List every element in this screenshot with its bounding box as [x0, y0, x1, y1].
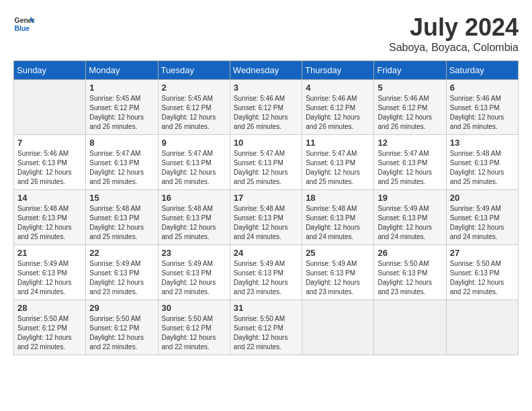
- calendar-cell: 24Sunrise: 5:49 AM Sunset: 6:13 PM Dayli…: [230, 245, 302, 300]
- day-number: 19: [378, 193, 442, 203]
- logo-icon: General Blue: [13, 13, 35, 35]
- day-info: Sunrise: 5:50 AM Sunset: 6:12 PM Dayligh…: [234, 314, 298, 352]
- day-info: Sunrise: 5:47 AM Sunset: 6:13 PM Dayligh…: [306, 149, 370, 187]
- calendar-cell: 4Sunrise: 5:46 AM Sunset: 6:12 PM Daylig…: [302, 80, 374, 135]
- day-number: 2: [162, 83, 226, 93]
- calendar-title: July 2024: [389, 13, 519, 42]
- calendar-cell: 25Sunrise: 5:49 AM Sunset: 6:13 PM Dayli…: [302, 245, 374, 300]
- day-info: Sunrise: 5:48 AM Sunset: 6:13 PM Dayligh…: [17, 204, 82, 242]
- calendar-cell: 2Sunrise: 5:45 AM Sunset: 6:12 PM Daylig…: [158, 80, 230, 135]
- day-number: 30: [162, 303, 226, 313]
- day-info: Sunrise: 5:50 AM Sunset: 6:13 PM Dayligh…: [450, 259, 515, 297]
- day-info: Sunrise: 5:47 AM Sunset: 6:13 PM Dayligh…: [162, 149, 226, 187]
- calendar-cell: 23Sunrise: 5:49 AM Sunset: 6:13 PM Dayli…: [158, 245, 230, 300]
- calendar-cell: [302, 300, 374, 355]
- day-number: 1: [89, 83, 154, 93]
- day-number: 31: [234, 303, 298, 313]
- weekday-header: Friday: [374, 61, 446, 80]
- weekday-header: Sunday: [14, 61, 86, 80]
- day-info: Sunrise: 5:49 AM Sunset: 6:13 PM Dayligh…: [378, 204, 442, 242]
- day-number: 5: [378, 83, 442, 93]
- day-info: Sunrise: 5:47 AM Sunset: 6:13 PM Dayligh…: [234, 149, 298, 187]
- calendar-cell: 26Sunrise: 5:50 AM Sunset: 6:13 PM Dayli…: [374, 245, 446, 300]
- calendar-cell: 3Sunrise: 5:46 AM Sunset: 6:12 PM Daylig…: [230, 80, 302, 135]
- day-info: Sunrise: 5:50 AM Sunset: 6:12 PM Dayligh…: [162, 314, 226, 352]
- day-info: Sunrise: 5:48 AM Sunset: 6:13 PM Dayligh…: [89, 204, 154, 242]
- calendar-table: SundayMondayTuesdayWednesdayThursdayFrid…: [13, 60, 519, 355]
- calendar-cell: 8Sunrise: 5:47 AM Sunset: 6:13 PM Daylig…: [86, 135, 158, 190]
- day-number: 24: [234, 248, 298, 258]
- day-info: Sunrise: 5:50 AM Sunset: 6:13 PM Dayligh…: [378, 259, 442, 297]
- weekday-header: Thursday: [302, 61, 374, 80]
- day-number: 6: [450, 83, 515, 93]
- calendar-cell: 19Sunrise: 5:49 AM Sunset: 6:13 PM Dayli…: [374, 190, 446, 245]
- calendar-cell: 7Sunrise: 5:46 AM Sunset: 6:13 PM Daylig…: [14, 135, 86, 190]
- calendar-cell: 31Sunrise: 5:50 AM Sunset: 6:12 PM Dayli…: [230, 300, 302, 355]
- weekday-header: Tuesday: [158, 61, 230, 80]
- calendar-cell: 22Sunrise: 5:49 AM Sunset: 6:13 PM Dayli…: [86, 245, 158, 300]
- day-info: Sunrise: 5:50 AM Sunset: 6:12 PM Dayligh…: [17, 314, 82, 352]
- calendar-week-row: 21Sunrise: 5:49 AM Sunset: 6:13 PM Dayli…: [14, 245, 519, 300]
- calendar-week-row: 14Sunrise: 5:48 AM Sunset: 6:13 PM Dayli…: [14, 190, 519, 245]
- day-number: 12: [378, 138, 442, 148]
- day-number: 8: [89, 138, 154, 148]
- day-number: 7: [17, 138, 82, 148]
- day-number: 4: [306, 83, 370, 93]
- calendar-cell: 11Sunrise: 5:47 AM Sunset: 6:13 PM Dayli…: [302, 135, 374, 190]
- calendar-week-row: 7Sunrise: 5:46 AM Sunset: 6:13 PM Daylig…: [14, 135, 519, 190]
- calendar-cell: 1Sunrise: 5:45 AM Sunset: 6:12 PM Daylig…: [86, 80, 158, 135]
- day-info: Sunrise: 5:47 AM Sunset: 6:13 PM Dayligh…: [89, 149, 154, 187]
- calendar-week-row: 1Sunrise: 5:45 AM Sunset: 6:12 PM Daylig…: [14, 80, 519, 135]
- day-info: Sunrise: 5:45 AM Sunset: 6:12 PM Dayligh…: [89, 94, 154, 132]
- calendar-cell: 18Sunrise: 5:48 AM Sunset: 6:13 PM Dayli…: [302, 190, 374, 245]
- day-info: Sunrise: 5:48 AM Sunset: 6:13 PM Dayligh…: [162, 204, 226, 242]
- day-info: Sunrise: 5:48 AM Sunset: 6:13 PM Dayligh…: [450, 149, 515, 187]
- day-info: Sunrise: 5:45 AM Sunset: 6:12 PM Dayligh…: [162, 94, 226, 132]
- day-info: Sunrise: 5:50 AM Sunset: 6:12 PM Dayligh…: [89, 314, 154, 352]
- day-number: 26: [378, 248, 442, 258]
- day-info: Sunrise: 5:49 AM Sunset: 6:13 PM Dayligh…: [89, 259, 154, 297]
- day-number: 9: [162, 138, 226, 148]
- day-number: 11: [306, 138, 370, 148]
- day-info: Sunrise: 5:46 AM Sunset: 6:12 PM Dayligh…: [234, 94, 298, 132]
- day-number: 22: [89, 248, 154, 258]
- day-info: Sunrise: 5:46 AM Sunset: 6:12 PM Dayligh…: [378, 94, 442, 132]
- header: General Blue July 2024 Saboya, Boyaca, C…: [13, 13, 519, 54]
- calendar-cell: [374, 300, 446, 355]
- calendar-week-row: 28Sunrise: 5:50 AM Sunset: 6:12 PM Dayli…: [14, 300, 519, 355]
- day-number: 3: [234, 83, 298, 93]
- day-info: Sunrise: 5:46 AM Sunset: 6:13 PM Dayligh…: [450, 94, 515, 132]
- day-number: 15: [89, 193, 154, 203]
- day-number: 25: [306, 248, 370, 258]
- day-number: 17: [234, 193, 298, 203]
- day-info: Sunrise: 5:47 AM Sunset: 6:13 PM Dayligh…: [378, 149, 442, 187]
- calendar-cell: 28Sunrise: 5:50 AM Sunset: 6:12 PM Dayli…: [14, 300, 86, 355]
- calendar-cell: 10Sunrise: 5:47 AM Sunset: 6:13 PM Dayli…: [230, 135, 302, 190]
- day-info: Sunrise: 5:49 AM Sunset: 6:13 PM Dayligh…: [234, 259, 298, 297]
- day-info: Sunrise: 5:46 AM Sunset: 6:13 PM Dayligh…: [17, 149, 82, 187]
- day-info: Sunrise: 5:48 AM Sunset: 6:13 PM Dayligh…: [234, 204, 298, 242]
- day-number: 29: [89, 303, 154, 313]
- weekday-header: Saturday: [446, 61, 518, 80]
- weekday-header-row: SundayMondayTuesdayWednesdayThursdayFrid…: [14, 61, 519, 80]
- weekday-header: Monday: [86, 61, 158, 80]
- weekday-header: Wednesday: [230, 61, 302, 80]
- calendar-cell: 13Sunrise: 5:48 AM Sunset: 6:13 PM Dayli…: [446, 135, 518, 190]
- day-number: 27: [450, 248, 515, 258]
- day-number: 18: [306, 193, 370, 203]
- calendar-cell: 14Sunrise: 5:48 AM Sunset: 6:13 PM Dayli…: [14, 190, 86, 245]
- calendar-subtitle: Saboya, Boyaca, Colombia: [389, 42, 519, 54]
- day-number: 28: [17, 303, 82, 313]
- day-info: Sunrise: 5:48 AM Sunset: 6:13 PM Dayligh…: [306, 204, 370, 242]
- calendar-cell: 15Sunrise: 5:48 AM Sunset: 6:13 PM Dayli…: [86, 190, 158, 245]
- day-number: 21: [17, 248, 82, 258]
- logo: General Blue: [13, 13, 35, 35]
- calendar-cell: [14, 80, 86, 135]
- svg-text:Blue: Blue: [15, 25, 30, 32]
- calendar-cell: 17Sunrise: 5:48 AM Sunset: 6:13 PM Dayli…: [230, 190, 302, 245]
- day-info: Sunrise: 5:49 AM Sunset: 6:13 PM Dayligh…: [450, 204, 515, 242]
- calendar-cell: 12Sunrise: 5:47 AM Sunset: 6:13 PM Dayli…: [374, 135, 446, 190]
- day-number: 13: [450, 138, 515, 148]
- calendar-cell: 6Sunrise: 5:46 AM Sunset: 6:13 PM Daylig…: [446, 80, 518, 135]
- day-number: 23: [162, 248, 226, 258]
